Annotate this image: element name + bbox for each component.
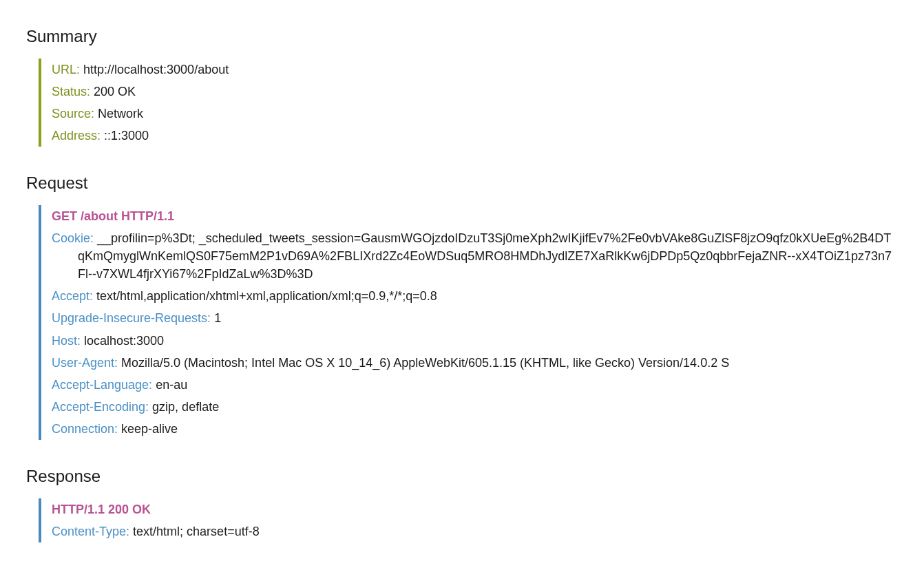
request-header-row: Host: localhost:3000 [52,330,898,352]
response-header-row: Content-Type: text/html; charset=utf-8 [52,520,898,542]
response-header-label: Content-Type: [52,525,133,538]
request-header-label: Upgrade-Insecure-Requests: [52,311,214,325]
summary-section: Summary URL: http://localhost:3000/about… [26,25,898,147]
summary-title: Summary [26,25,898,49]
summary-address-label: Address: [52,129,104,142]
summary-url-row: URL: http://localhost:3000/about [52,59,898,81]
request-header-value: gzip, deflate [152,400,219,414]
request-header-row: Upgrade-Insecure-Requests: 1 [52,307,898,329]
response-topline-text: HTTP/1.1 200 OK [52,503,151,516]
request-header-row: Cookie: __profilin=p%3Dt; _scheduled_twe… [52,227,898,285]
request-header-label: Accept-Language: [52,378,156,392]
response-header-value: text/html; charset=utf-8 [133,525,260,538]
request-header-row: Accept-Encoding: gzip, deflate [52,396,898,418]
request-topline-text: GET /about HTTP/1.1 [52,209,174,223]
request-header-row: User-Agent: Mozilla/5.0 (Macintosh; Inte… [52,352,898,374]
request-header-row: Accept: text/html,application/xhtml+xml,… [52,285,898,307]
request-header-value: __profilin=p%3Dt; _scheduled_tweets_sess… [78,231,892,281]
response-topline: HTTP/1.1 200 OK [52,498,898,520]
response-section: Response HTTP/1.1 200 OK Content-Type: t… [26,465,898,542]
request-block: GET /about HTTP/1.1 Cookie: __profilin=p… [39,205,898,440]
request-header-value: localhost:3000 [84,334,164,348]
summary-source-row: Source: Network [52,103,898,125]
summary-address-row: Address: ::1:3000 [52,125,898,147]
request-header-value: keep-alive [121,422,178,436]
summary-url-value: http://localhost:3000/about [83,63,229,76]
request-title: Request [26,171,898,196]
request-header-row: Connection: keep-alive [52,418,898,440]
request-header-label: Accept: [52,289,96,303]
summary-url-label: URL: [52,63,83,76]
summary-source-label: Source: [52,107,98,120]
request-topline: GET /about HTTP/1.1 [52,205,898,227]
summary-status-label: Status: [52,85,94,98]
summary-status-row: Status: 200 OK [52,81,898,103]
request-header-row: Accept-Language: en-au [52,374,898,396]
request-header-label: Host: [52,334,84,348]
summary-address-value: ::1:3000 [104,129,149,142]
response-block: HTTP/1.1 200 OK Content-Type: text/html;… [39,498,898,542]
summary-status-value: 200 OK [94,85,136,98]
summary-block: URL: http://localhost:3000/about Status:… [39,59,898,147]
request-header-label: Cookie: [52,231,97,245]
request-header-value: 1 [214,311,221,325]
request-header-value: text/html,application/xhtml+xml,applicat… [96,289,437,303]
summary-source-value: Network [98,107,143,120]
request-header-label: User-Agent: [52,356,121,370]
request-section: Request GET /about HTTP/1.1 Cookie: __pr… [26,171,898,440]
request-header-value: Mozilla/5.0 (Macintosh; Intel Mac OS X 1… [121,356,729,370]
request-header-label: Accept-Encoding: [52,400,152,414]
request-header-label: Connection: [52,422,121,436]
request-header-value: en-au [156,378,187,392]
response-title: Response [26,465,898,489]
